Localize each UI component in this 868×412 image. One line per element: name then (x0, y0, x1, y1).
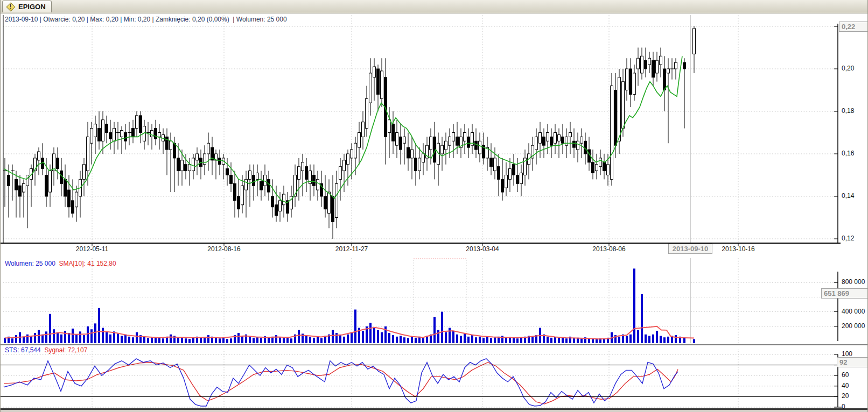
sts-threshold-lines (1, 365, 838, 397)
price-tick-label: 0,12 (842, 235, 854, 242)
volume-tick-label: 400 000 (842, 308, 865, 315)
app-window: ! EPIGON 2013-09-10 | Otwarcie: 0,20 | M… (0, 0, 868, 412)
sts-tick-label: 0 (842, 403, 845, 410)
sts-tick-label: 20 (842, 392, 849, 400)
date-tick-label: 2012-08-16 (201, 245, 247, 253)
volume-tick-label: 800 000 (842, 278, 865, 286)
sts-value-label: STS: 67,544 (5, 346, 41, 354)
date-tick-label: 2013-08-06 (586, 245, 632, 253)
signal-line (4, 363, 678, 404)
candles (3, 26, 696, 239)
ohlc-info-bar: 2013-09-10 | Otwarcie: 0,20 | Max: 0,20 … (5, 16, 287, 23)
sts-signal-label: Sygnał: 72,107 (44, 346, 87, 354)
volume-sma-label: SMA[10]: 41 152,80 (59, 260, 116, 267)
price-tick-label: 0,16 (842, 150, 854, 157)
sts-tick-label: 40 (842, 382, 849, 389)
price-tick-label: 0,20 (842, 65, 854, 72)
date-tick-label: 2013-10-16 (716, 245, 761, 253)
date-tick-label: 2012-11-27 (329, 245, 374, 253)
sts-panel-label: STS: 67,544 Sygnał: 72,107 (5, 346, 87, 354)
sts-tick-label: 100 (842, 350, 852, 358)
date-tick-label: 2013-03-04 (460, 245, 505, 253)
tab-title: EPIGON (18, 3, 46, 11)
chart-canvas[interactable]: 2013-09-10 | Otwarcie: 0,20 | Max: 0,20 … (1, 0, 867, 412)
axes (1, 15, 868, 409)
volume-panel-label: Wolumen: 25 000 SMA[10]: 41 152,80 (5, 260, 116, 267)
warning-diamond-icon: ! (6, 3, 15, 11)
price-tick-label: 0,14 (842, 192, 854, 200)
current-price-box: 0,22 (839, 22, 868, 32)
tab-epigon[interactable]: ! EPIGON (2, 1, 52, 12)
price-tick-label: 0,18 (842, 107, 854, 115)
grid-horizontal (3, 26, 838, 407)
sts-line (4, 359, 678, 406)
chart-svg[interactable] (1, 0, 868, 412)
grid-vertical (92, 15, 738, 407)
current-date-box: 2013-09-10 (668, 244, 712, 254)
current-volume-box: 651 869 (821, 288, 868, 299)
volume-tick-label: 200 000 (842, 322, 865, 330)
date-tick-label: 2012-05-11 (69, 245, 115, 253)
annotation-rect (414, 259, 466, 342)
current-sts-box: 92 (837, 357, 868, 367)
volume-sma-line (5, 326, 694, 339)
sts-tick-label: 60 (842, 371, 849, 379)
volume-value-label: Wolumen: 25 000 (5, 260, 55, 267)
bottom-edge (1, 410, 868, 412)
tab-bar: ! EPIGON (1, 0, 868, 13)
